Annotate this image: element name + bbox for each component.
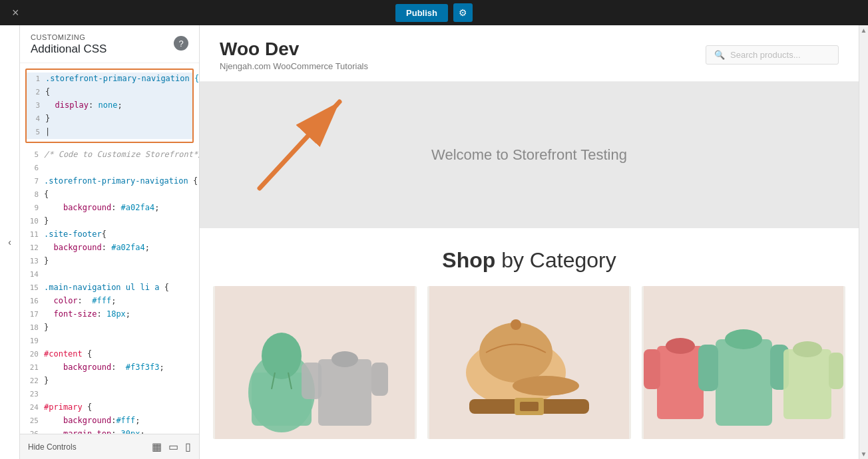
product-card[interactable] <box>427 286 631 439</box>
code-line: 6 <box>25 162 194 175</box>
svg-point-13 <box>479 323 552 382</box>
code-line: 5 /* Code to Customize Storefront*/ <box>25 148 194 162</box>
sidebar-header-left: Customizing Additional CSS <box>31 33 107 56</box>
tablet-icon[interactable]: ▭ <box>168 440 178 453</box>
line-number: 23 <box>25 388 44 400</box>
line-number: 10 <box>25 215 44 228</box>
line-content: } <box>45 112 192 125</box>
line-number: 17 <box>25 308 44 321</box>
line-content: .storefront-primary-navigation { <box>44 175 199 188</box>
shop-section: Shop by Category <box>200 228 859 452</box>
code-line: 15 .main-navigation ul li a { <box>25 281 194 295</box>
top-bar-actions: Publish ⚙ <box>395 3 473 22</box>
line-number: 6 <box>25 162 44 174</box>
close-button[interactable]: × <box>7 3 25 23</box>
product-grid <box>213 286 845 439</box>
code-line: 1 .storefront-primary-navigation { <box>27 73 192 86</box>
line-number: 25 <box>25 414 44 427</box>
line-number: 7 <box>25 175 44 188</box>
code-line: 9 background: #a02fa4; <box>25 202 194 215</box>
right-scrollbar[interactable]: ▲ ▼ <box>859 25 868 459</box>
code-line: 3 display: none; <box>27 99 192 112</box>
line-number: 12 <box>25 241 44 254</box>
line-number: 26 <box>25 428 44 434</box>
svg-rect-25 <box>698 345 718 391</box>
store-header: Woo Dev Njengah.com WooCommerce Tutorial… <box>200 25 859 82</box>
svg-rect-7 <box>318 359 371 426</box>
desktop-icon[interactable]: ▦ <box>152 440 162 453</box>
line-number: 5 <box>25 148 44 161</box>
line-content: .storefront-primary-navigation { <box>45 73 199 85</box>
code-line: 5 | <box>27 126 192 139</box>
code-line: 19 <box>25 335 194 348</box>
svg-point-14 <box>513 376 579 396</box>
line-number: 15 <box>25 281 44 294</box>
code-editor-inner: 1 .storefront-primary-navigation { 2 { 3… <box>25 69 194 143</box>
store-brand: Woo Dev Njengah.com WooCommerce Tutorial… <box>220 39 368 71</box>
code-lines: 1 .storefront-primary-navigation { 2 { 3… <box>27 70 192 142</box>
shop-title-bold: Shop <box>442 248 495 272</box>
line-content: /* Code to Customize Storefront*/ <box>44 148 199 161</box>
search-icon: 🔍 <box>714 50 725 60</box>
svg-point-15 <box>511 319 521 330</box>
line-content: { <box>45 86 192 98</box>
line-number: 19 <box>25 335 44 347</box>
code-line: 17 font-size: 18px; <box>25 308 194 321</box>
store-tagline: Njengah.com WooCommerce Tutorials <box>220 61 368 71</box>
code-editor[interactable]: 1 .storefront-primary-navigation { 2 { 3… <box>20 63 199 434</box>
line-content: { <box>44 188 194 201</box>
main-layout: ‹ Customizing Additional CSS ? 1 .storef… <box>0 25 868 459</box>
code-line: 10 } <box>25 215 194 228</box>
code-line: 16 color: #fff; <box>25 295 194 308</box>
code-line: 11 .site-footer{ <box>25 228 194 241</box>
code-line: 4 } <box>27 112 192 126</box>
code-line: 24 #primary { <box>25 401 194 414</box>
line-content: background:#fff; <box>44 414 194 427</box>
product-card[interactable] <box>213 286 417 439</box>
product-image-3 <box>642 286 845 439</box>
help-icon[interactable]: ? <box>174 36 188 51</box>
line-content: .site-footer{ <box>44 228 194 241</box>
svg-point-24 <box>725 329 762 349</box>
code-line: 26 margin-top: 30px; <box>25 428 194 434</box>
line-content: } <box>44 321 194 334</box>
chevron-left-icon: ‹ <box>8 237 11 247</box>
mobile-icon[interactable]: ▯ <box>185 440 191 453</box>
scroll-down-arrow[interactable]: ▼ <box>859 449 868 459</box>
line-content: } <box>44 215 194 228</box>
code-line: 7 .storefront-primary-navigation { <box>25 175 194 188</box>
publish-button[interactable]: Publish <box>395 4 448 22</box>
code-line: 12 background: #a02fa4; <box>25 241 194 255</box>
line-content: | <box>45 126 192 138</box>
product-image-1 <box>213 286 417 439</box>
gear-button[interactable]: ⚙ <box>453 3 473 22</box>
sidebar-toggle[interactable]: ‹ <box>0 25 20 459</box>
svg-rect-27 <box>783 349 831 419</box>
svg-rect-23 <box>716 339 772 426</box>
hide-controls-label[interactable]: Hide Controls <box>28 442 141 452</box>
svg-point-4 <box>262 333 302 379</box>
sidebar: Customizing Additional CSS ? 1 .storefro… <box>20 25 200 459</box>
line-content: .main-navigation ul li a { <box>44 281 194 294</box>
store-name: Woo Dev <box>220 39 368 60</box>
arrow-annotation <box>233 88 366 195</box>
sidebar-footer: Hide Controls ▦ ▭ ▯ <box>20 434 199 459</box>
store-search[interactable]: 🔍 Search products... <box>706 45 839 65</box>
product-card[interactable] <box>642 286 845 439</box>
line-content: } <box>44 255 194 267</box>
line-number: 11 <box>25 228 44 241</box>
panel-title: Additional CSS <box>31 43 107 56</box>
line-content: font-size: 18px; <box>44 308 194 321</box>
svg-rect-10 <box>371 363 388 396</box>
svg-rect-9 <box>302 363 322 399</box>
line-number: 14 <box>25 268 44 281</box>
product-image-2 <box>427 286 631 439</box>
preview-area: Woo Dev Njengah.com WooCommerce Tutorial… <box>200 25 859 459</box>
line-number: 22 <box>25 375 44 387</box>
svg-point-8 <box>331 351 358 367</box>
line-number: 1 <box>27 73 45 85</box>
line-number: 13 <box>25 255 44 267</box>
customizing-label: Customizing <box>31 33 107 41</box>
code-line: 18 } <box>25 321 194 335</box>
scroll-up-arrow[interactable]: ▲ <box>859 25 868 35</box>
